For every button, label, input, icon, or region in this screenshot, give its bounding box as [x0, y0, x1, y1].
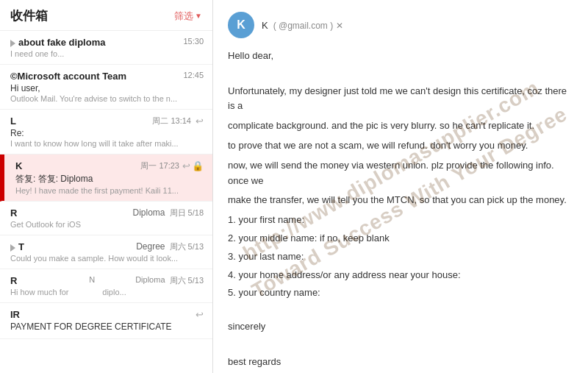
body-line-2: complicate background. and the pic is ve…: [228, 118, 573, 134]
body-line-4: now, we will send the money via western …: [228, 158, 573, 189]
email-preview: Hey! I have made the first payment! Kail…: [12, 186, 204, 195]
email-sender: IR: [10, 309, 187, 320]
email-preview: I want to know how long will it take aft…: [10, 139, 204, 148]
sender-email: ( @gmail.com ) ✕: [270, 21, 343, 31]
list-item[interactable]: L 周二 13:14 ↩ Re: I want to know how long…: [0, 110, 212, 154]
email-from-row: K K ( @gmail.com ) ✕: [228, 12, 573, 38]
email-sender: ©Microsoft account Team: [10, 71, 179, 82]
reply-icon: ↩: [196, 116, 204, 127]
reply-icon: ↩: [196, 309, 204, 320]
email-subject: Re:: [10, 128, 204, 138]
email-subject: 答复: 答复: Diploma: [12, 173, 204, 185]
list-item[interactable]: IR ↩ PAYMENT FOR DEGREE CERTIFICATE: [0, 303, 212, 339]
email-list-panel: 收件箱 筛选 ▼ about fake diploma 15:30 I need…: [0, 0, 213, 373]
email-preview: Could you make a sample. How would it lo…: [10, 254, 204, 263]
email-time: 周一 17:23: [140, 160, 179, 171]
selected-indicator: [2, 154, 4, 201]
greeting: Hello dear,: [228, 49, 573, 64]
filter-label: 筛选: [174, 10, 193, 23]
list-item[interactable]: R Diploma 周日 5/18 Get Outlook for iOS: [0, 202, 212, 235]
email-sender: L: [10, 116, 148, 127]
email-body: Hello dear, Unfortunately, my designer j…: [228, 49, 573, 373]
body-line-1: Unfortunately, my designer just told me …: [228, 84, 573, 115]
email-sender: R: [10, 275, 85, 286]
email-preview: Get Outlook for iOS: [10, 220, 204, 229]
email-time: 周日 5/18: [170, 207, 204, 219]
lock-icon: 🔒: [192, 160, 204, 171]
inbox-title: 收件箱: [10, 7, 48, 24]
email-tag: Diploma: [133, 207, 165, 218]
email-tag: N Diploma: [89, 275, 165, 284]
sender-name: K: [262, 20, 268, 31]
expand-icon: [10, 244, 15, 252]
body-numbered-2: 2. your middle name: if no, keep blank: [228, 231, 573, 246]
body-line-5: make the transfer, we will tell you the …: [228, 193, 573, 208]
email-sender: about fake diploma: [10, 37, 179, 48]
list-item[interactable]: T Degree 周六 5/13 Could you make a sample…: [0, 235, 212, 269]
sender-info: K ( @gmail.com ) ✕: [262, 20, 573, 31]
email-preview: Outlook Mail. You're advise to switch to…: [10, 94, 204, 103]
email-preview: Hi how much for diplo...: [10, 288, 204, 296]
email-items-list: about fake diploma 15:30 I need one fo..…: [0, 31, 212, 373]
inbox-header: 收件箱 筛选 ▼: [0, 0, 212, 31]
body-numbered-4: 4. your home address/or any address near…: [228, 268, 573, 283]
reply-icon: ↩: [182, 160, 190, 171]
email-sender: T: [10, 241, 133, 252]
list-item[interactable]: ©Microsoft account Team 12:45 Hi user, O…: [0, 65, 212, 110]
email-time: 周六 5/13: [170, 275, 204, 286]
closing: sincerely: [228, 319, 573, 335]
email-time: 12:45: [183, 71, 204, 79]
body-numbered-3: 3. your last name:: [228, 249, 573, 265]
filter-arrow-icon: ▼: [195, 12, 202, 20]
avatar: K: [228, 12, 254, 38]
list-item[interactable]: about fake diploma 15:30 I need one fo..…: [0, 31, 212, 65]
email-time: 周六 5/13: [170, 241, 204, 252]
email-subject: PAYMENT FOR DEGREE CERTIFICATE: [10, 322, 204, 332]
body-numbered-5: 5. your country name:: [228, 285, 573, 301]
body-line-3: to prove that we are not a scam, we will…: [228, 138, 573, 154]
list-item[interactable]: R N Diploma 周六 5/13 Hi how much for dipl…: [0, 269, 212, 303]
body-numbered-1: 1. your first name:: [228, 213, 573, 228]
list-item[interactable]: K 周一 17:23 ↩ 🔒 答复: 答复: Diploma Hey! I ha…: [0, 154, 212, 202]
email-time: 15:30: [183, 37, 204, 46]
email-content-panel: http://www.diplomasupplier.com Toward Su…: [213, 0, 588, 373]
filter-button[interactable]: 筛选 ▼: [174, 10, 202, 23]
email-subject: Hi user,: [10, 83, 204, 93]
expand-icon: [10, 40, 15, 47]
avatar-initial: K: [237, 18, 245, 32]
email-sender: K: [15, 160, 136, 171]
regards: best regards: [228, 355, 573, 370]
email-preview: I need one fo...: [10, 49, 204, 58]
email-tag: Degree: [136, 241, 165, 252]
email-time: 周二 13:14: [152, 116, 191, 127]
email-content-scroll[interactable]: K K ( @gmail.com ) ✕ Hello dear, Unfortu…: [213, 0, 588, 373]
email-sender: R: [10, 207, 130, 219]
